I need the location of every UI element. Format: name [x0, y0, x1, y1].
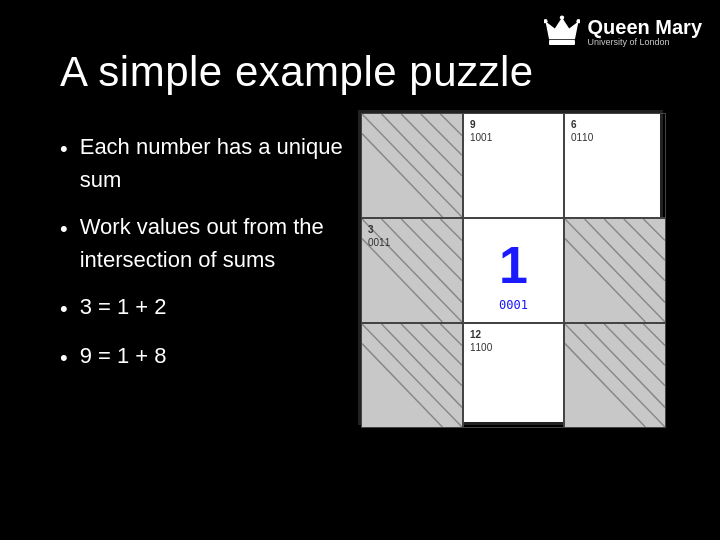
svg-line-13 — [382, 219, 462, 302]
svg-line-9 — [421, 114, 462, 155]
diagonal-lines-mid-right — [565, 219, 665, 322]
svg-line-21 — [624, 219, 665, 260]
svg-marker-0 — [545, 18, 578, 40]
svg-line-15 — [421, 219, 462, 260]
cell-3-label: 3 0011 — [368, 223, 390, 249]
diagonal-lines-bot-right — [565, 324, 665, 427]
svg-line-6 — [362, 134, 442, 217]
svg-line-19 — [585, 219, 665, 302]
svg-line-22 — [643, 219, 665, 241]
diagonal-lines — [362, 114, 462, 217]
svg-line-27 — [421, 324, 462, 365]
crown-icon — [544, 14, 580, 50]
diagonal-lines-bot — [362, 324, 462, 427]
cell-12-label: 12 1100 — [470, 328, 492, 354]
svg-line-29 — [565, 324, 665, 427]
svg-point-2 — [559, 15, 563, 19]
svg-line-25 — [382, 324, 462, 407]
svg-line-34 — [643, 324, 665, 346]
puzzle-cell-9: 9 1001 — [463, 113, 564, 218]
svg-line-23 — [362, 324, 462, 427]
svg-line-10 — [440, 114, 462, 136]
logo-sub-text: University of London — [588, 38, 702, 48]
puzzle-cell-shaded-mid-left: 3 0011 — [361, 218, 463, 323]
logo-main-text: Queen Mary — [588, 16, 702, 38]
puzzle-cell-6: 6 0110 — [564, 113, 666, 218]
small-binary-0001: 0001 — [499, 298, 528, 312]
puzzle-cell-shaded-top-left — [361, 113, 463, 218]
svg-line-28 — [440, 324, 462, 346]
svg-line-30 — [565, 344, 645, 427]
puzzle-cell-center: 1 0001 — [463, 218, 564, 323]
bullet-item-4: 9 = 1 + 8 — [60, 339, 370, 374]
svg-line-12 — [362, 239, 442, 322]
puzzle-cell-shaded-bot-right — [564, 323, 666, 428]
cell-9-label: 9 1001 — [470, 118, 492, 144]
svg-line-18 — [565, 239, 645, 322]
bullet-list: Each number has a unique sum Work values… — [60, 130, 370, 388]
svg-rect-1 — [549, 40, 575, 45]
cell-6-label: 6 0110 — [571, 118, 593, 144]
puzzle-cell-12: 12 1100 — [463, 323, 564, 428]
puzzle-cell-shaded-bot-left — [361, 323, 463, 428]
svg-line-5 — [362, 114, 462, 217]
logo-text: Queen Mary University of London — [588, 16, 702, 48]
svg-line-16 — [440, 219, 462, 241]
svg-line-31 — [585, 324, 665, 407]
bullet-item-2: Work values out from the intersection of… — [60, 210, 370, 276]
bullet-item-3: 3 = 1 + 2 — [60, 290, 370, 325]
big-number-1: 1 — [499, 235, 528, 295]
svg-line-33 — [624, 324, 665, 365]
puzzle-cell-shaded-mid-right — [564, 218, 666, 323]
svg-line-24 — [362, 344, 442, 427]
slide-title: A simple example puzzle — [60, 48, 534, 96]
logo-area: Queen Mary University of London — [544, 14, 702, 50]
puzzle-grid: 9 1001 6 0110 3 0011 1 0001 — [358, 110, 663, 425]
svg-line-7 — [382, 114, 462, 197]
svg-line-17 — [565, 219, 665, 322]
bullet-item-1: Each number has a unique sum — [60, 130, 370, 196]
